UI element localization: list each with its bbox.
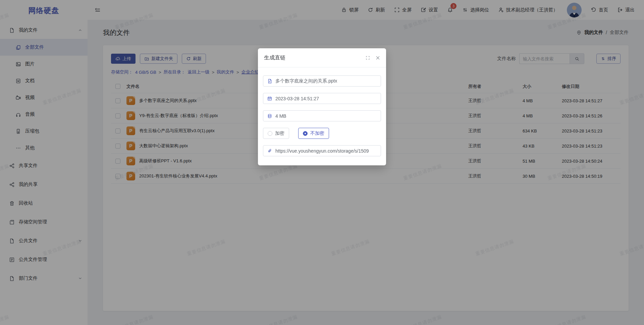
dialog-fullscreen-icon[interactable] (366, 56, 370, 60)
file-size-value: 4 MB (275, 113, 286, 119)
no-encrypt-label: 不加密 (310, 130, 324, 137)
encrypt-options: 加密 不加密 (263, 128, 381, 139)
paperclip-icon (267, 148, 272, 154)
file-time-value: 2023-03-28 14:51:27 (275, 96, 319, 101)
dialog-header: 生成直链 (258, 48, 386, 67)
direct-link-value: https://vue.youshengyun.com/storage/s/15… (275, 148, 369, 154)
close-icon[interactable] (376, 56, 380, 60)
file-time-field[interactable]: 2023-03-28 14:51:27 (263, 93, 381, 104)
file-name-field[interactable]: 多个数字底座之间的关系.pptx (263, 75, 381, 87)
encrypt-label: 加密 (275, 130, 284, 137)
dialog-body: 多个数字底座之间的关系.pptx 2023-03-28 14:51:27 4 M… (258, 67, 386, 156)
dialog-actions (366, 56, 380, 60)
database-icon (267, 113, 272, 119)
no-encrypt-radio[interactable]: 不加密 (298, 128, 329, 139)
encrypt-radio[interactable]: 加密 (263, 128, 289, 139)
radio-selected-icon (303, 131, 308, 136)
direct-link-field[interactable]: https://vue.youshengyun.com/storage/s/15… (263, 145, 381, 156)
file-name-value: 多个数字底座之间的关系.pptx (275, 78, 337, 84)
radio-icon (268, 131, 272, 136)
dialog-title: 生成直链 (264, 54, 285, 61)
file-size-field[interactable]: 4 MB (263, 110, 381, 121)
document-icon (267, 78, 272, 84)
calendar-icon (267, 96, 272, 101)
generate-link-dialog: 生成直链 多个数字底座之间的关系.pptx 2023-03-28 14:51:2… (258, 48, 386, 165)
